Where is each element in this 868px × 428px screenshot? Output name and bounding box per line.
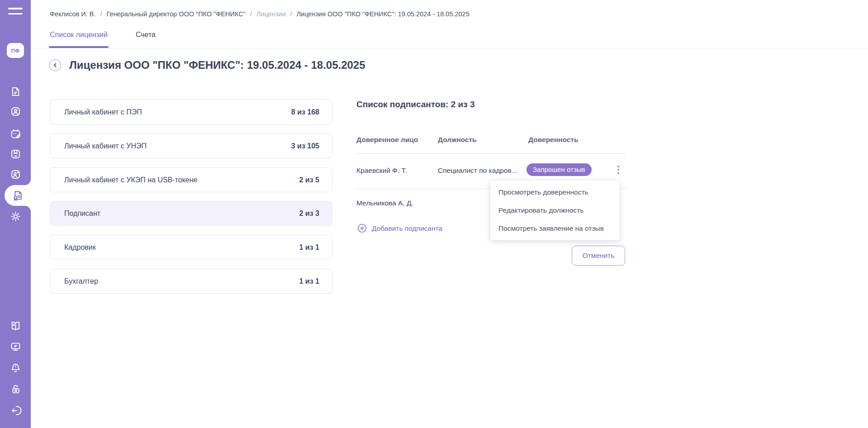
- journal-icon[interactable]: [0, 144, 31, 164]
- breadcrumb-separator: /: [290, 10, 292, 18]
- active-notch-top: [24, 179, 31, 185]
- menu-item-edit-position[interactable]: Редактировать должность: [490, 201, 620, 219]
- breadcrumb-current: Лицензия ООО "ПКО "ФЕНИКС": 19.05.2024 -…: [297, 10, 470, 18]
- card-count: 8 из 168: [291, 108, 319, 116]
- card-label: Кадровик: [64, 243, 96, 252]
- card-label: Личный кабинет с УНЭП: [64, 142, 147, 150]
- license-type-card-accountant[interactable]: Бухгалтер 1 из 1: [50, 269, 332, 294]
- add-signer-button[interactable]: Добавить подписанта: [357, 224, 442, 233]
- calendar-edit-icon[interactable]: [0, 124, 31, 143]
- sidebar-item-licenses-active[interactable]: [5, 185, 31, 206]
- sidebar: ПФ: [0, 0, 31, 428]
- breadcrumb-separator: /: [250, 10, 252, 18]
- license-type-card-pep[interactable]: Личный кабинет с ПЭП 8 из 168: [50, 100, 332, 124]
- menu-toggle-icon[interactable]: [8, 8, 23, 16]
- app-logo[interactable]: ПФ: [7, 43, 24, 58]
- lock-icon[interactable]: [0, 379, 31, 399]
- card-label: Подписант: [64, 209, 100, 218]
- row-actions-kebab-icon[interactable]: [613, 163, 623, 176]
- app-window: ПФ: [0, 0, 868, 428]
- breadcrumb-user[interactable]: Феклисов И. В.: [50, 10, 96, 18]
- menu-item-view-poa[interactable]: Просмотреть доверенность: [490, 183, 620, 201]
- add-signer-label: Добавить подписанта: [372, 224, 442, 233]
- signer-position: Специалист по кадров...: [438, 166, 517, 175]
- breadcrumb-licenses-link[interactable]: Лицензии: [256, 10, 286, 18]
- notifications-bell-icon[interactable]: [0, 358, 31, 378]
- card-count: 1 из 1: [299, 243, 319, 252]
- card-label: Личный кабинет с УКЭП на USB-токене: [64, 176, 197, 184]
- card-count: 3 из 105: [291, 142, 319, 150]
- settings-gear-icon[interactable]: [0, 206, 31, 226]
- column-header-trustee: Доверенное лицо: [356, 136, 418, 144]
- card-label: Личный кабинет с ПЭП: [64, 108, 142, 116]
- card-count: 1 из 1: [299, 277, 319, 285]
- signers-title: Список подписантов: 2 из 3: [356, 100, 475, 109]
- menu-item-view-revocation[interactable]: Посмотреть заявление на отзыв: [490, 219, 620, 238]
- chevron-left-icon: [52, 62, 58, 68]
- card-label: Бухгалтер: [64, 277, 98, 285]
- back-button[interactable]: [49, 59, 61, 71]
- license-icon: [12, 190, 24, 202]
- table-header-divider: [356, 153, 626, 154]
- employee-card-icon[interactable]: [0, 101, 31, 121]
- tab-license-list[interactable]: Список лицензий: [50, 31, 108, 48]
- column-header-poa: Доверенность: [528, 136, 578, 144]
- documents-icon[interactable]: [0, 81, 31, 101]
- license-type-card-signer[interactable]: Подписант 2 из 3: [50, 201, 332, 226]
- column-header-position: Должность: [438, 136, 477, 144]
- logout-icon[interactable]: [0, 400, 31, 420]
- card-count: 2 из 3: [299, 209, 319, 218]
- plus-circle-icon: [357, 224, 367, 233]
- page-title: Лицензия ООО "ПКО "ФЕНИКС": 19.05.2024 -…: [69, 59, 365, 71]
- breadcrumb-role[interactable]: Генеральный директор ООО "ПКО "ФЕНИКС": [107, 10, 246, 18]
- tabs-divider: [31, 48, 868, 48]
- breadcrumb: Феклисов И. В. / Генеральный директор ОО…: [50, 10, 470, 18]
- support-chat-icon[interactable]: [0, 337, 31, 357]
- card-count: 2 из 5: [299, 176, 319, 184]
- tab-invoices[interactable]: Счета: [136, 31, 156, 48]
- knowledge-book-icon[interactable]: [0, 316, 31, 336]
- signer-name: Краевский Ф. Т.: [356, 166, 407, 175]
- status-badge: Запрошен отзыв: [526, 163, 592, 176]
- license-type-card-unep[interactable]: Личный кабинет с УНЭП 3 из 105: [50, 133, 332, 158]
- license-type-card-hr[interactable]: Кадровик 1 из 1: [50, 235, 332, 260]
- signer-name: Мельникова А. Д.: [356, 199, 413, 207]
- tabs: Список лицензий Счета: [50, 31, 156, 48]
- row-context-menu: Просмотреть доверенность Редактировать д…: [490, 181, 620, 240]
- breadcrumb-separator: /: [100, 10, 102, 18]
- license-type-card-ukep[interactable]: Личный кабинет с УКЭП на USB-токене 2 из…: [50, 167, 332, 192]
- cancel-button[interactable]: Отменить: [572, 246, 625, 266]
